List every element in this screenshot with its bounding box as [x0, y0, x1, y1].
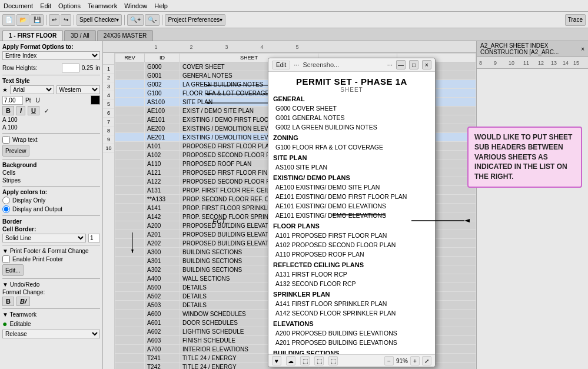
menu-options[interactable]: Options: [58, 2, 81, 9]
cell-rev: [115, 257, 145, 265]
release-select[interactable]: Release: [2, 330, 100, 338]
cell-id: AE100: [145, 107, 180, 115]
preview-button[interactable]: Preview: [2, 145, 29, 157]
close-right-pane-icon[interactable]: ×: [581, 46, 584, 52]
list-item: A141 FIRST FLOOR SPRINKLER PLAN: [273, 299, 430, 308]
display-output-label: Display and Output: [12, 206, 100, 212]
cell-rev: [115, 186, 145, 195]
modal-titlebar: Edit ··· Screensho... ··· — □ ×: [268, 58, 435, 72]
italic-button[interactable]: I: [16, 106, 25, 115]
pt-label: Pt: [25, 97, 31, 104]
editable-dot: ●: [2, 319, 7, 328]
cell-id: A700: [145, 345, 180, 354]
save-button[interactable]: 💾: [31, 14, 44, 26]
modal-more-icon[interactable]: ···: [294, 61, 299, 68]
display-only-radio[interactable]: [2, 197, 10, 204]
editable-label: Editable: [9, 321, 31, 327]
modal-close-button[interactable]: ×: [422, 60, 431, 69]
display-output-radio[interactable]: [2, 205, 10, 213]
row-height-input[interactable]: [62, 64, 79, 72]
list-item: AE101 EXISTING/ DEMO ELEVATIONS: [273, 211, 430, 220]
cell-rev: [115, 301, 145, 310]
modal-minimize-button[interactable]: —: [396, 60, 406, 69]
wrap-text-checkbox[interactable]: [2, 136, 10, 144]
cell-id: A201: [145, 230, 180, 239]
undo-bold-button[interactable]: B: [2, 297, 14, 306]
menu-window[interactable]: Window: [124, 2, 147, 9]
tab-24x36[interactable]: 24X36 MASTER: [97, 30, 153, 41]
heart-icon[interactable]: ♥: [272, 356, 281, 365]
print-footer-section[interactable]: ▼ Print Footer & Format Change: [2, 248, 100, 254]
border-width-input[interactable]: [88, 234, 100, 242]
trace-button[interactable]: Trace: [565, 14, 586, 26]
font-size-input[interactable]: [2, 96, 23, 105]
cell-rev: [115, 248, 145, 257]
align-label-2: A 100: [2, 124, 18, 131]
open-button[interactable]: 📂: [16, 14, 29, 26]
redo-button[interactable]: ↪: [61, 14, 71, 26]
spell-checker-button[interactable]: Spell Checker ▾: [77, 14, 122, 26]
cell-id: A602: [145, 327, 180, 336]
format-change-label: Format Change:: [2, 289, 45, 295]
cell-rev: [115, 283, 145, 292]
zoom-in-button[interactable]: 🔍+: [127, 14, 144, 26]
share-icon[interactable]: ⬚: [314, 356, 324, 365]
undo-button[interactable]: ↩: [49, 14, 59, 26]
right-tab-label: A2_ARCH SHEET INDEX CONSTRUCTION [A2_ARC…: [480, 42, 579, 55]
cell-rev: [115, 221, 145, 230]
list-item: AS100 SITE PLAN: [273, 162, 430, 172]
undo-redo-section[interactable]: ▼ Undo/Redo: [2, 281, 100, 288]
zoom-in-modal-button[interactable]: +: [410, 356, 420, 365]
project-preferences-button[interactable]: Project Preferences ▾: [165, 14, 225, 26]
cell-rev: [115, 212, 145, 221]
menu-teamwork[interactable]: Teamwork: [88, 2, 117, 9]
list-item: A101 PROPOSED FIRST FLOOR PLAN: [273, 231, 430, 240]
cell-rev: [115, 107, 145, 115]
section-header: BUILDING SECTIONS: [273, 350, 430, 354]
underline-button[interactable]: U: [28, 106, 39, 115]
cell-border-label: Cell Border:: [2, 226, 100, 232]
modal-maximize-button[interactable]: □: [409, 60, 418, 69]
enable-print-footer-checkbox[interactable]: [2, 255, 10, 263]
menu-help[interactable]: Help: [154, 2, 168, 9]
cell-id: A200: [145, 221, 180, 230]
teamwork-section[interactable]: ▼ Teamwork: [2, 311, 100, 318]
format-options-select[interactable]: Entire Index: [2, 51, 100, 60]
pt-input-1: U: [35, 97, 39, 104]
font-region-select[interactable]: Western: [57, 85, 101, 94]
modal-edit-button[interactable]: Edit: [272, 61, 290, 69]
list-item: G002 LA GREEN BUILDING NOTES: [273, 122, 430, 132]
section-header: ZONING: [273, 134, 430, 141]
fullscreen-icon[interactable]: ⤢: [422, 356, 431, 365]
cell-id: G100: [145, 89, 180, 98]
zoom-out-modal-button[interactable]: −: [384, 356, 394, 365]
bold-button[interactable]: B: [2, 106, 14, 115]
font-select[interactable]: Arial: [10, 85, 54, 94]
cloud-icon[interactable]: ☁: [286, 356, 295, 365]
list-item: A200 PROPOSED BUILDING ELEVATIONS: [273, 328, 430, 338]
cell-id: A400: [145, 274, 180, 283]
border-style-select[interactable]: Solid Line: [2, 234, 86, 242]
menu-edit[interactable]: Edit: [40, 2, 51, 9]
modal-title: Screensho...: [303, 61, 381, 68]
section-header: EXISTING/ DEMO PLANS: [273, 174, 430, 181]
right-pane-tab[interactable]: A2_ARCH SHEET INDEX CONSTRUCTION [A2_ARC…: [477, 41, 588, 57]
zoom-area: − 91% + ⤢: [384, 356, 431, 365]
cell-id: A500: [145, 283, 180, 292]
redo-italic-button[interactable]: B/: [16, 297, 30, 306]
menu-document[interactable]: Document: [4, 2, 33, 9]
main-layout: Apply Format Options to: Entire Index Ro…: [0, 41, 588, 369]
expand-icon[interactable]: ⬚: [328, 356, 338, 365]
tab-3d-all[interactable]: 3D / All: [64, 30, 96, 41]
cell-id: A300: [145, 248, 180, 257]
screenshot-icon[interactable]: ⬚: [300, 356, 310, 365]
modal-more2-icon[interactable]: ···: [387, 61, 393, 68]
zoom-out-button[interactable]: 🔍-: [145, 14, 160, 26]
tab-first-floor[interactable]: 1 - FIRST FLOOR: [2, 30, 63, 41]
edit-footer-button[interactable]: Edit...: [2, 264, 24, 276]
new-button[interactable]: 📄: [2, 14, 15, 26]
cell-id: T241: [145, 354, 180, 363]
list-item: A102 PROPOSED SECOND FLOOR PLAN: [273, 240, 430, 250]
color-swatch[interactable]: [91, 95, 100, 105]
modal-panel[interactable]: Edit ··· Screensho... ··· — □ × PERMIT S…: [268, 58, 436, 367]
